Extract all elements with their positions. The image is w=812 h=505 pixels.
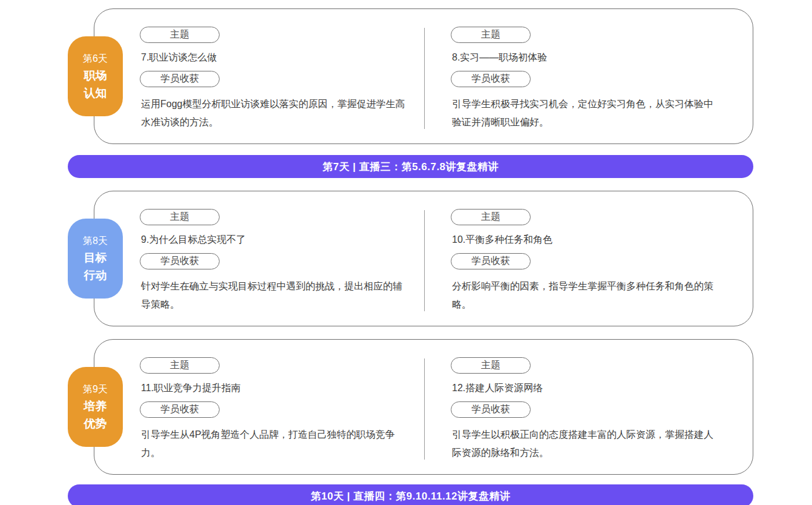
lesson-column: 主题 7.职业访谈怎么做 学员收获 运用Fogg模型分析职业访谈难以落实的原因，… [94,9,424,144]
topic-pill: 主题 [140,27,220,43]
day-badge: 第8天 目标 行动 [68,219,123,299]
day-badge: 第9天 培养 优势 [68,367,123,447]
badge-theme-line: 职场 [84,70,107,81]
column-divider [424,28,425,129]
banner-text: 第10天 | 直播四：第9.10.11.12讲复盘精讲 [310,489,510,503]
day-card-8: 第8天 目标 行动 主题 9.为什么目标总实现不了 学员收获 针对学生在确立与实… [94,191,753,326]
card-body: 主题 7.职业访谈怎么做 学员收获 运用Fogg模型分析职业访谈难以落实的原因，… [94,9,753,144]
gains-pill: 学员收获 [451,71,531,87]
banner-text: 第7天 | 直播三：第5.6.7.8讲复盘精讲 [323,160,499,174]
badge-day-label: 第8天 [83,236,108,246]
topic-pill: 主题 [451,27,531,43]
lesson-column: 主题 8.实习——职场初体验 学员收获 引导学生积极寻找实习机会，定位好实习角色… [424,9,753,144]
badge-day-label: 第9天 [83,385,108,394]
column-divider [424,210,425,311]
topic-text: 9.为什么目标总实现不了 [141,234,407,245]
topic-text: 7.职业访谈怎么做 [141,51,407,63]
topic-text: 10.平衡多种任务和角色 [452,234,736,245]
gains-pill-label: 学员收获 [160,255,199,268]
gains-text: 引导学生积极寻找实习机会，定位好实习角色，从实习体验中验证并清晰职业偏好。 [452,95,717,131]
gains-pill-label: 学员收获 [471,255,510,268]
column-divider [424,358,425,460]
badge-theme-line: 优势 [84,418,107,429]
gains-text: 运用Fogg模型分析职业访谈难以落实的原因，掌握促进学生高水准访谈的方法。 [141,95,406,131]
topic-pill-label: 主题 [481,359,500,372]
topic-text: 12.搭建人际资源网络 [452,382,736,394]
badge-day-label: 第6天 [83,54,108,64]
day-card-6: 第6天 职场 认知 主题 7.职业访谈怎么做 学员收获 运用Fogg模型分析职业… [94,8,753,144]
topic-pill-label: 主题 [481,28,500,41]
gains-pill: 学员收获 [140,401,220,418]
day-card-9: 第9天 培养 优势 主题 11.职业竞争力提升指南 学员收获 引导学生从4P视角… [94,339,753,475]
topic-pill: 主题 [140,209,220,225]
topic-pill-label: 主题 [481,211,500,223]
badge-theme-line: 目标 [84,252,107,263]
topic-pill-label: 主题 [170,211,189,223]
badge-theme-line: 培养 [84,400,107,412]
gains-text: 引导学生以积极正向的态度搭建丰富的人际资源，掌握搭建人际资源的脉络和方法。 [452,426,717,462]
curriculum-content: 第6天 职场 认知 主题 7.职业访谈怎么做 学员收获 运用Fogg模型分析职业… [68,0,753,505]
live-session-banner: 第10天 | 直播四：第9.10.11.12讲复盘精讲 [68,484,753,505]
topic-text: 11.职业竞争力提升指南 [141,382,407,394]
lesson-column: 主题 12.搭建人际资源网络 学员收获 引导学生以积极正向的态度搭建丰富的人际资… [424,340,753,474]
topic-pill: 主题 [140,357,220,374]
lesson-column: 主题 11.职业竞争力提升指南 学员收获 引导学生从4P视角塑造个人品牌，打造自… [94,340,424,474]
card-body: 主题 9.为什么目标总实现不了 学员收获 针对学生在确立与实现目标过程中遇到的挑… [94,191,753,326]
lesson-column: 主题 10.平衡多种任务和角色 学员收获 分析影响平衡的因素，指导学生掌握平衡多… [424,191,753,326]
topic-pill-label: 主题 [170,28,189,41]
gains-pill: 学员收获 [140,253,220,269]
gains-text: 引导学生从4P视角塑造个人品牌，打造自己独特的职场竞争力。 [141,426,406,462]
topic-pill: 主题 [451,209,531,225]
curriculum-page: 第6天 职场 认知 主题 7.职业访谈怎么做 学员收获 运用Fogg模型分析职业… [0,0,812,505]
live-session-banner: 第7天 | 直播三：第5.6.7.8讲复盘精讲 [68,155,753,178]
gains-pill-label: 学员收获 [160,403,199,416]
gains-text: 分析影响平衡的因素，指导学生掌握平衡多种任务和角色的策略。 [452,277,717,314]
badge-theme-line: 认知 [84,87,107,99]
day-badge: 第6天 职场 认知 [68,36,123,116]
gains-pill: 学员收获 [451,401,531,418]
gains-pill: 学员收获 [140,71,220,87]
gains-text: 针对学生在确立与实现目标过程中遇到的挑战，提出相应的辅导策略。 [141,277,406,314]
topic-pill: 主题 [451,357,531,374]
topic-text: 8.实习——职场初体验 [452,51,736,63]
gains-pill-label: 学员收获 [160,73,199,85]
card-body: 主题 11.职业竞争力提升指南 学员收获 引导学生从4P视角塑造个人品牌，打造自… [94,340,753,474]
lesson-column: 主题 9.为什么目标总实现不了 学员收获 针对学生在确立与实现目标过程中遇到的挑… [94,191,424,326]
topic-pill-label: 主题 [170,359,189,372]
gains-pill-label: 学员收获 [471,403,510,416]
badge-theme-line: 行动 [84,269,107,281]
gains-pill-label: 学员收获 [471,73,510,85]
gains-pill: 学员收获 [451,253,531,269]
